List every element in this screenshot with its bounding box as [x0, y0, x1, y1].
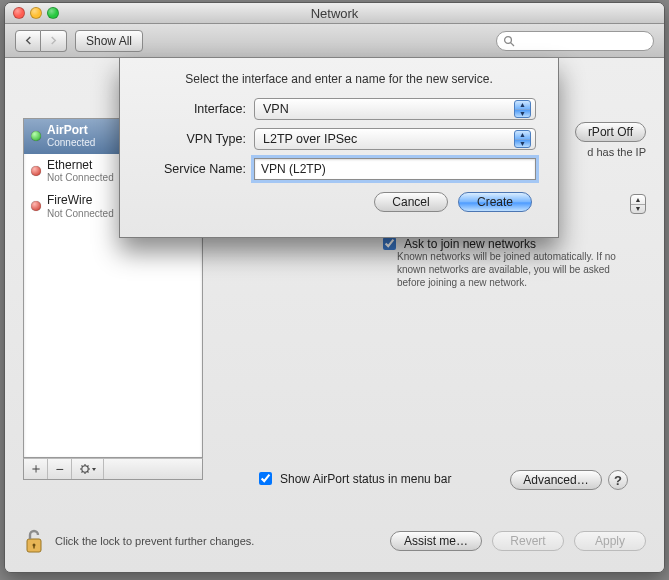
interface-value: VPN: [263, 102, 289, 116]
lock-icon[interactable]: [23, 527, 47, 555]
service-actions-button[interactable]: [72, 459, 104, 479]
network-name-popup-end[interactable]: ▲▼: [630, 194, 646, 214]
apply-button[interactable]: Apply: [574, 531, 646, 551]
service-status: Connected: [47, 137, 95, 148]
ask-join-description: Known networks will be joined automatica…: [397, 250, 633, 289]
service-name: Ethernet: [47, 159, 114, 172]
svg-point-2: [81, 466, 87, 472]
popup-arrows-icon: ▲▼: [514, 130, 531, 148]
advanced-button[interactable]: Advanced…: [510, 470, 602, 490]
close-icon[interactable]: [13, 7, 25, 19]
vpn-type-value: L2TP over IPSec: [263, 132, 357, 146]
svg-line-7: [81, 466, 82, 467]
new-service-sheet: Select the interface and enter a name fo…: [119, 58, 559, 238]
network-window: Network Show All: [4, 2, 665, 573]
vpn-type-label: VPN Type:: [142, 132, 254, 146]
interface-popup[interactable]: VPN ▲▼: [254, 98, 536, 120]
remove-service-button[interactable]: −: [48, 459, 72, 479]
cancel-button[interactable]: Cancel: [374, 192, 448, 212]
status-dot-icon: [31, 201, 41, 211]
status-dot-icon: [31, 166, 41, 176]
sidebar-tools: ＋ −: [23, 458, 203, 480]
svg-line-10: [81, 472, 82, 473]
revert-button[interactable]: Revert: [492, 531, 564, 551]
show-status-label: Show AirPort status in menu bar: [280, 472, 451, 486]
service-name: FireWire: [47, 194, 114, 207]
show-status-input[interactable]: [259, 472, 272, 485]
gear-icon: [79, 463, 97, 475]
search-input[interactable]: [496, 31, 654, 51]
interface-label: Interface:: [142, 102, 254, 116]
vpn-type-popup[interactable]: L2TP over IPSec ▲▼: [254, 128, 536, 150]
svg-point-0: [505, 36, 512, 43]
nav-segment: [15, 30, 67, 52]
window-title: Network: [311, 6, 359, 21]
service-name-input[interactable]: [254, 158, 536, 180]
forward-button[interactable]: [41, 30, 67, 52]
svg-line-9: [87, 466, 88, 467]
back-button[interactable]: [15, 30, 41, 52]
status-dot-icon: [31, 131, 41, 141]
titlebar: Network: [5, 3, 664, 24]
popup-arrows-icon: ▲▼: [514, 100, 531, 118]
turn-airport-off-button[interactable]: rPort Off: [575, 122, 646, 142]
toolbar: Show All: [5, 24, 664, 58]
help-button[interactable]: ?: [608, 470, 628, 490]
svg-line-1: [511, 42, 514, 45]
ask-join-input[interactable]: [383, 237, 396, 250]
minimize-icon[interactable]: [30, 7, 42, 19]
service-name: AirPort: [47, 124, 95, 137]
ask-join-label: Ask to join new networks: [404, 237, 536, 251]
chevron-right-icon: [49, 36, 58, 45]
lock-text: Click the lock to prevent further change…: [55, 535, 254, 547]
chevron-left-icon: [24, 36, 33, 45]
add-service-button[interactable]: ＋: [24, 459, 48, 479]
status-text: d has the IP: [587, 146, 646, 158]
show-status-checkbox[interactable]: Show AirPort status in menu bar: [255, 469, 451, 488]
search-icon: [503, 35, 515, 47]
sheet-prompt: Select the interface and enter a name fo…: [142, 72, 536, 86]
svg-rect-13: [33, 545, 34, 549]
zoom-icon[interactable]: [47, 7, 59, 19]
svg-line-8: [87, 472, 88, 473]
service-name-label: Service Name:: [142, 162, 254, 176]
create-button[interactable]: Create: [458, 192, 532, 212]
footer: Click the lock to prevent further change…: [5, 510, 664, 572]
assist-me-button[interactable]: Assist me…: [390, 531, 482, 551]
service-status: Not Connected: [47, 208, 114, 219]
service-status: Not Connected: [47, 172, 114, 183]
show-all-button[interactable]: Show All: [75, 30, 143, 52]
